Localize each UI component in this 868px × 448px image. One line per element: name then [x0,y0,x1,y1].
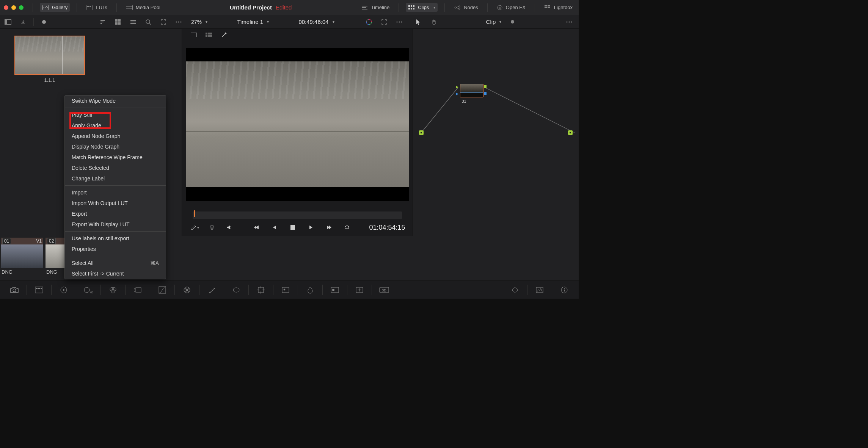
hand-tool-icon[interactable] [429,17,439,27]
gallery-still-thumbnail[interactable] [14,36,85,75]
ctx-delete-selected[interactable]: Delete Selected [65,163,166,173]
stop-icon[interactable] [288,222,298,232]
magic-mask-icon[interactable] [273,281,298,299]
3d-icon[interactable]: 3D [372,281,396,299]
timecode-display[interactable]: 00:49:46:04 [298,19,334,25]
ctx-match-reference-wipe[interactable]: Match Reference Wipe Frame [65,152,166,163]
key-icon[interactable] [323,281,347,299]
ctx-select-all[interactable]: Select All ⌘A [65,258,166,268]
svg-point-50 [399,21,400,22]
mute-icon[interactable] [224,222,234,232]
color-match-icon[interactable] [27,281,51,299]
svg-rect-13 [408,8,410,9]
node-alpha-in-icon [456,92,458,96]
openfx-tab[interactable]: fx Open FX [494,3,528,12]
expand-icon[interactable] [159,17,168,27]
transport-timecode[interactable]: 01:04:54:15 [369,224,405,232]
grid-view-icon[interactable] [113,17,123,27]
ctx-switch-wipe-mode[interactable]: Switch Wipe Mode [65,96,166,106]
ctx-change-label[interactable]: Change Label [65,173,166,184]
nodes-more-icon[interactable] [564,17,574,27]
ctx-use-labels-still-export[interactable]: Use labels on still export [65,233,166,244]
ctx-play-still[interactable]: Play Still [65,110,166,120]
svg-rect-55 [191,33,197,37]
clips-tab[interactable]: Clips [406,3,438,12]
go-start-icon[interactable] [251,222,261,232]
panel-toggle-button[interactable] [3,17,13,27]
luts-icon [86,5,93,10]
close-window-button[interactable] [4,5,8,10]
zoom-dropdown[interactable]: 27% [191,19,207,25]
timeline-label: Timeline [371,5,390,10]
clips-icon [408,5,415,10]
luts-tab[interactable]: LUTs [84,3,110,12]
single-view-icon[interactable] [189,30,199,40]
ctx-apply-grade[interactable]: Apply Grade [65,120,166,131]
info-icon[interactable] [552,281,576,299]
node-input-port[interactable] [419,130,424,135]
curves-icon[interactable] [150,281,174,299]
eyedropper-icon[interactable] [190,222,199,232]
blur-icon[interactable] [298,281,322,299]
loop-icon[interactable] [342,222,352,232]
ctx-properties[interactable]: Properties [65,244,166,254]
ctx-import-with-output-lut[interactable]: Import With Output LUT [65,198,166,208]
sizing-icon[interactable] [347,281,372,299]
pointer-tool-icon[interactable] [413,17,423,27]
sort-icon[interactable] [98,17,108,27]
rgb-mixer-icon[interactable] [101,281,125,299]
svg-point-18 [458,8,460,9]
camera-raw-icon[interactable] [2,281,27,299]
qualifier-icon[interactable] [199,281,224,299]
ctx-export-with-display-lut[interactable]: Export With Display LUT [65,219,166,230]
magic-wand-icon[interactable] [219,30,229,40]
scopes-icon[interactable] [527,281,552,299]
color-wheels-icon[interactable] [52,281,76,299]
record-dot-icon[interactable] [39,17,49,27]
viewer-more-icon[interactable] [394,17,404,27]
go-end-icon[interactable] [324,222,334,232]
clip-dot-icon[interactable] [507,17,517,27]
ctx-export[interactable]: Export [65,208,166,219]
fullscreen-icon[interactable] [379,17,389,27]
keyframes-icon[interactable] [503,281,527,299]
more-options-icon[interactable] [174,17,184,27]
maximize-window-button[interactable] [19,5,24,10]
timeline-tab[interactable]: Timeline [359,3,392,12]
gallery-tab[interactable]: Gallery [40,3,70,12]
tracker-icon[interactable] [249,281,273,299]
lightbox-tab[interactable]: Lightbox [542,3,575,12]
color-warper-icon[interactable] [175,281,199,299]
clip-thumb-01[interactable]: 01V1 DNG [1,238,43,276]
viewer-scrubber[interactable] [193,211,402,219]
viewer-image[interactable] [186,61,409,187]
svg-rect-32 [5,19,7,24]
ctx-select-first-current[interactable]: Select First -> Current [65,268,166,279]
subtoolbar: 27% Timeline 1 00:49:46:04 Clip [0,15,579,29]
search-icon[interactable] [143,17,153,27]
nodes-tab[interactable]: Nodes [452,3,480,12]
color-wheel-icon[interactable] [364,17,374,27]
node-output-port[interactable] [568,130,573,135]
ctx-append-node-graph[interactable]: Append Node Graph [65,131,166,141]
gallery-label: Gallery [52,5,67,10]
ctx-display-node-graph[interactable]: Display Node Graph [65,141,166,152]
list-view-icon[interactable] [128,17,138,27]
timeline-name-dropdown[interactable]: Timeline 1 [237,19,269,25]
node-rgb-in-icon [456,86,458,89]
window-icon[interactable] [224,281,248,299]
nodes-panel[interactable]: 01 [413,29,579,236]
motion-effects-icon[interactable] [126,281,150,299]
hdr-wheels-icon[interactable]: HDR [76,281,100,299]
clip-dropdown[interactable]: Clip [486,19,502,25]
node-01[interactable]: 01 [460,84,483,97]
minimize-window-button[interactable] [11,5,16,10]
download-icon[interactable] [18,17,28,27]
layers-icon[interactable] [207,222,217,232]
mediapool-tab[interactable]: Media Pool [124,3,163,12]
step-back-icon[interactable] [270,222,279,232]
play-icon[interactable] [306,222,316,232]
svg-rect-39 [118,22,121,25]
ctx-import[interactable]: Import [65,187,166,198]
multi-view-icon[interactable] [204,30,214,40]
